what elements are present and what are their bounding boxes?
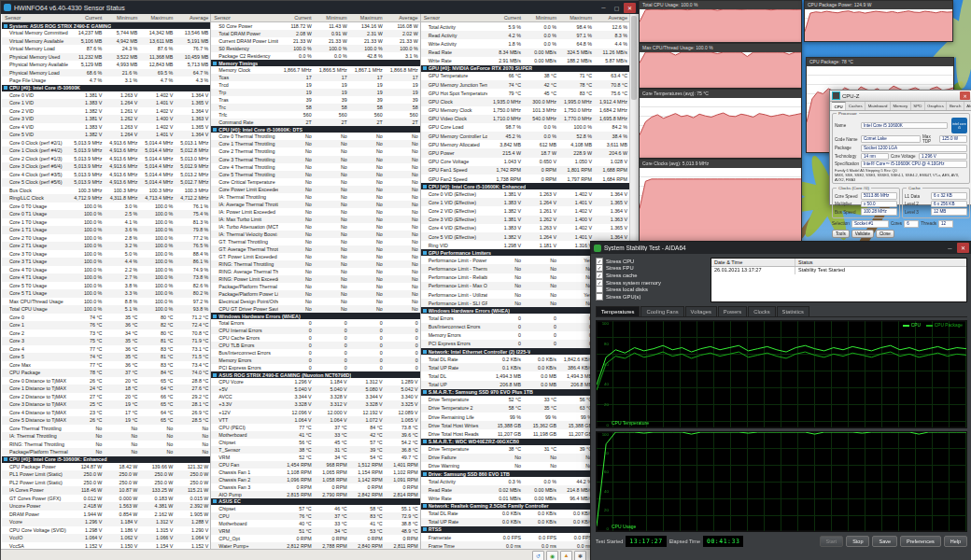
- sensor-row[interactable]: Physical Memory Load68.6 %21.6 %69.5 %64…: [2, 69, 210, 77]
- sensor-row[interactable]: VRM52 °C34 °C54 °C49.7 °C: [211, 454, 419, 461]
- sensor-row[interactable]: Core 4 Thermal ThrottlingNoNoNoNo: [211, 163, 419, 171]
- sensor-row[interactable]: Chassis Fan 30 RPM0 RPM0 RPM0 RPM: [211, 483, 419, 491]
- aida-save-button[interactable]: Save: [872, 536, 897, 547]
- graph-window-title[interactable]: Core Temperatures (avg): 75 °C: [640, 90, 801, 98]
- minimize-icon[interactable]: ─: [598, 3, 610, 13]
- cpuz-tab-cpu[interactable]: CPU: [832, 102, 846, 110]
- sensor-row[interactable]: GPU Core Voltage1.043 V0.650 V1.050 V1.0…: [421, 158, 629, 166]
- close-icon[interactable]: ✕: [624, 3, 636, 13]
- sensor-row[interactable]: Core 5 Clock (perf #5/6)5,013.9 MHz4,913…: [2, 178, 210, 187]
- sensor-row[interactable]: RING: Average Thermal ThrottlingNoNoNoNo: [211, 268, 419, 275]
- sensor-row[interactable]: PL2 Power Limit (Static)250.0 W250.0 W25…: [2, 479, 210, 487]
- sensor-row[interactable]: Core 2 T0 Usage100.0 %2.8 %100.0 %77.2 %: [2, 234, 210, 243]
- column-header-sensor[interactable]: Sensor: [421, 14, 487, 21]
- sensor-row[interactable]: Core 2 Clock (perf #1/3)5,013.9 MHz4,913…: [2, 155, 210, 163]
- sensor-row[interactable]: Core 074 °C35 °C80 °C71.2 °C: [2, 314, 210, 322]
- sensor-row[interactable]: VccIO1.064 V1.062 V1.066 V1.064 V: [2, 534, 210, 542]
- sensor-row[interactable]: Ring/LLC Clock4,712.9 MHz4,311.8 MHz4,71…: [2, 194, 210, 203]
- sensor-row[interactable]: Core 3 Clock (perf #6/4)5,013.9 MHz4,913…: [2, 162, 210, 171]
- sensor-row[interactable]: Motherboard40 °C33 °C41 °C38.8 °C: [211, 520, 419, 527]
- stress-option-stress-cpu[interactable]: ✓Stress CPU: [596, 258, 706, 265]
- sensor-row[interactable]: Core 3 Thermal ThrottlingNoNoNoNo: [211, 156, 419, 163]
- logging-clock-icon[interactable]: ↺: [532, 551, 544, 560]
- hwinfo-titlebar[interactable]: HWiNFO64 v6.40-4330 Sensor Status ─ ▢ ✕: [1, 1, 639, 14]
- column-header-value[interactable]: Average: [594, 14, 629, 21]
- sensor-section-header[interactable]: CPU [#0]: Intel Core i5-10600K: Enhanced: [421, 183, 629, 189]
- sensor-row[interactable]: IA: Turbo Attenuation (MCT)NoNoNoNo: [211, 223, 419, 231]
- aida-tab-statistics[interactable]: Statistics: [777, 306, 809, 316]
- sensor-row[interactable]: Core 574 °C35 °C81 °C71.5 °C: [2, 353, 210, 361]
- sensor-row[interactable]: Tras39393939: [211, 96, 419, 104]
- sensor-row[interactable]: Motherboard41 °C33 °C42 °C39.6 °C: [211, 431, 419, 439]
- sensor-section-header[interactable]: CPU [#0]: Intel Core i5-10600K: DTS: [211, 126, 419, 133]
- cpuz-tools-button[interactable]: Tools: [832, 230, 850, 238]
- aida-preferences-button[interactable]: Preferences: [900, 536, 941, 547]
- sensor-row[interactable]: Virtual Memory Available5,106 MB4,942 MB…: [2, 37, 210, 46]
- cpuz-tab-bench[interactable]: Bench: [947, 102, 964, 110]
- sensor-row[interactable]: Core 3 Distance to TjMAX25 °C19 °C65 °C2…: [2, 400, 210, 409]
- sensor-row[interactable]: Trp19191919: [211, 89, 419, 96]
- sensor-row[interactable]: CPU Vcore1.296 V1.184 V1.312 V1.289 V: [211, 378, 419, 385]
- sensor-section-header[interactable]: Windows Hardware Errors (WHEA): [211, 313, 419, 319]
- sensor-row[interactable]: VRM51 °C34 °C53 °C48.9 °C: [211, 527, 419, 535]
- stress-option-stress-fpu[interactable]: ✓Stress FPU: [596, 265, 706, 273]
- sensor-row[interactable]: IA: Average Thermal ThrottlingNoNoNoNo: [211, 201, 419, 208]
- settings-gear-icon[interactable]: ✱: [574, 551, 586, 560]
- sensor-row[interactable]: Chipset56 °C45 °C57 °C54.2 °C: [211, 439, 419, 446]
- sensor-row[interactable]: Command Rate2T2T2T2T: [211, 119, 419, 126]
- sensor-row[interactable]: Core 1 T1 Usage100.0 %3.6 %100.0 %79.8 %: [2, 226, 210, 234]
- sensor-row[interactable]: IA: Power Limit ExceededNoNoNoNo: [211, 208, 419, 216]
- column-header-value[interactable]: Minimum: [104, 14, 139, 21]
- sensor-row[interactable]: Memory Clock1,866.7 MHz1,866.5 MHz1,867.…: [211, 66, 419, 74]
- sensor-row[interactable]: Core 1 T0 Usage100.0 %4.1 %100.0 %81.3 %: [2, 218, 210, 227]
- aida-tab-powers[interactable]: Powers: [718, 306, 747, 316]
- sensor-row[interactable]: Core 3 VID1.381 V1.262 V1.400 V1.363 V: [2, 115, 210, 123]
- sensor-row[interactable]: RING: Power Limit ExceededNoNoNoNo: [211, 275, 419, 283]
- stress-option-stress-cache[interactable]: ✓Stress cache: [596, 272, 706, 279]
- sensor-row[interactable]: Virtual Memory Load87.6 %24.3 %87.6 %76.…: [2, 45, 210, 53]
- sensor-row[interactable]: GPU Hot Spot Temperature79 °C45 °C83 °C7…: [421, 89, 629, 97]
- sensor-section-header[interactable]: CPU [#0]: Intel Core i5-10600K: Enhanced: [2, 456, 210, 463]
- sensor-row[interactable]: Physical Memory Used11,232 MB3,522 MB11,…: [2, 53, 210, 62]
- graph-window-title[interactable]: CPU Package: 78 °C: [807, 58, 953, 66]
- sensor-row[interactable]: Write Rate2.91 MB/s0.00 MB/s188.2 MB/s5.…: [421, 57, 629, 65]
- sensor-row[interactable]: CPU Cache Errors0000: [211, 334, 419, 342]
- sensor-row[interactable]: GT: Power Limit ExceededNoNoNoNo: [211, 253, 419, 260]
- sensor-row[interactable]: +12V12.096 V12.000 V12.192 V12.089 V: [211, 409, 419, 416]
- sensor-row[interactable]: Core 1 Distance to TjMAX24 °C18 °C64 °C2…: [2, 385, 210, 393]
- log-header-datetime[interactable]: Date & Time: [711, 259, 795, 266]
- stress-option-stress-local-disks[interactable]: Stress local disks: [596, 286, 706, 293]
- sensor-row[interactable]: CPU Package Power124.87 W18.42 W139.66 W…: [2, 463, 210, 471]
- checkbox-icon[interactable]: [596, 293, 603, 301]
- sensor-row[interactable]: Core 1 VID (Effective)1.383 V1.264 V1.40…: [421, 198, 629, 206]
- graph-window-title[interactable]: CPU Package Power: 124.9 W: [805, 1, 952, 9]
- sensor-row[interactable]: Read Rate8.34 MB/s0.00 MB/s324.5 MB/s11.…: [421, 49, 629, 57]
- sensor-section-header[interactable]: System: ASUS ROG STRIX Z490-E GAMING: [2, 22, 210, 29]
- sensor-row[interactable]: Core 0 T0 Usage100.0 %3.0 %100.0 %76.1 %: [2, 203, 210, 211]
- sensor-row[interactable]: RING: Thermal ThrottlingNoNoNoNo: [211, 260, 419, 268]
- sensor-row[interactable]: Core 5 VID1.382 V1.264 V1.401 V1.364 V: [2, 131, 210, 139]
- sensor-row[interactable]: IA: Max Turbo LimitNoNoNoNo: [211, 216, 419, 223]
- aida-help-button[interactable]: Help: [944, 536, 967, 547]
- minimize-icon[interactable]: ─: [944, 243, 956, 253]
- sensor-section-header[interactable]: Memory Timings: [211, 60, 419, 66]
- sensor-row[interactable]: Total DRAM Power2.08 W0.91 W2.31 W2.02 W: [211, 30, 419, 37]
- maximize-icon[interactable]: ▢: [611, 3, 623, 13]
- sensor-row[interactable]: Core 477 °C36 °C83 °C73.1 °C: [2, 345, 210, 354]
- sensor-row[interactable]: PL1 Power Limit (Static)250.0 W250.0 W25…: [2, 470, 210, 479]
- sensor-row[interactable]: S0 Core Power118.72 W11.43 W134.16 W116.…: [211, 22, 419, 30]
- sensor-row[interactable]: Physical Memory Available5,129 MB4,993 M…: [2, 61, 210, 69]
- sensor-row[interactable]: GT: Thermal ThrottlingNoNoNoNo: [211, 238, 419, 245]
- sensor-row[interactable]: GPU Temperature66 °C38 °C71 °C63.4 °C: [421, 72, 629, 80]
- sensor-row[interactable]: IA: Thermal Velocity Boost (TVB)NoNoNoNo: [211, 231, 419, 238]
- column-header-value[interactable]: Current: [68, 14, 104, 21]
- column-header-value[interactable]: Average: [385, 14, 420, 21]
- aida64-titlebar[interactable]: System Stability Test - AIDA64 ─ ✕: [591, 242, 971, 254]
- sensor-row[interactable]: Virtual Memory Committed14,237 MB5,744 M…: [2, 29, 210, 37]
- sensor-row[interactable]: Core 4 VID1.383 V1.263 V1.402 V1.365 V: [2, 123, 210, 132]
- stress-option-stress-system-memory[interactable]: ✓Stress system memory: [596, 279, 706, 287]
- sensor-row[interactable]: GPU Video Clock1,710.0 MHz540.0 MHz1,770…: [421, 115, 629, 123]
- sensor-row[interactable]: Core 2 Distance to TjMAX27 °C20 °C66 °C2…: [2, 393, 210, 401]
- sensor-row[interactable]: CPU Package78 °C37 °C84 °C74.0 °C: [2, 369, 210, 377]
- sensor-row[interactable]: S0 Residency100.0 %100.0 %100.0 %100.0 %: [211, 45, 419, 52]
